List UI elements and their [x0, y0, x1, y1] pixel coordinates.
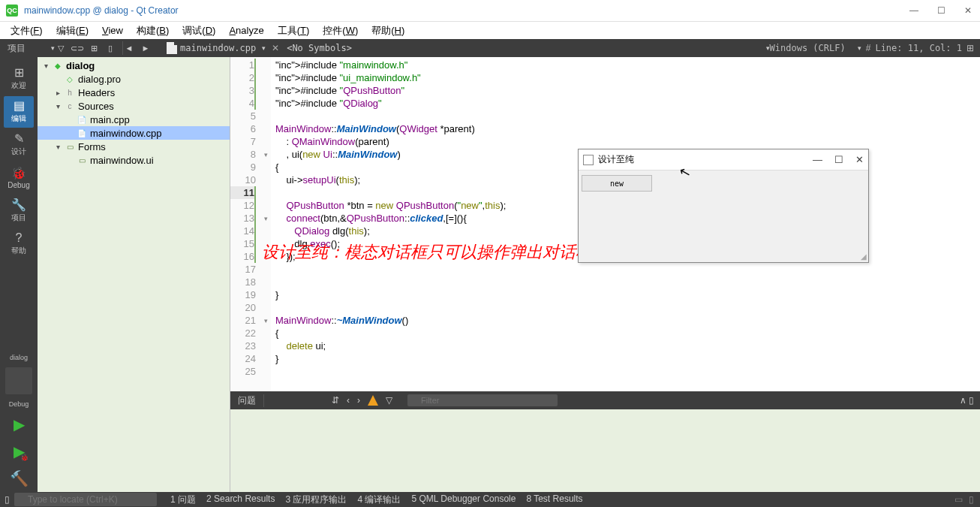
- dialog-minimize[interactable]: —: [813, 154, 822, 165]
- menu-bar: 文件(F) 编辑(E) View 构建(B) 调试(D) Analyze 工具(…: [0, 21, 980, 39]
- project-pane-label: 项目: [0, 42, 45, 55]
- line-number-icon[interactable]: #: [866, 43, 871, 53]
- grid-icon: ⊞: [14, 67, 24, 79]
- menu-build[interactable]: 构建(B): [131, 23, 175, 39]
- project-pane: ▾◆dialog ◇dialog.pro ▸hHeaders ▾cSources…: [38, 57, 230, 492]
- split-editor-icon[interactable]: ⊞: [966, 43, 974, 53]
- edit-icon: ▤: [14, 100, 25, 112]
- link-icon[interactable]: ⊂⊃: [71, 42, 83, 54]
- menu-debug[interactable]: 调试(D): [176, 23, 221, 39]
- close-file-icon[interactable]: ✕: [272, 43, 279, 53]
- problems-pane[interactable]: [230, 409, 980, 492]
- dialog-maximize[interactable]: ☐: [834, 154, 843, 165]
- dialog-close[interactable]: ✕: [855, 154, 864, 165]
- mode-welcome[interactable]: ⊞欢迎: [4, 63, 34, 95]
- run-debug-button[interactable]: ▶🐞: [8, 440, 30, 463]
- filter-toggle-icon[interactable]: ▽: [386, 395, 392, 406]
- mode-design[interactable]: ✎设计: [4, 129, 34, 161]
- dialog-titlebar[interactable]: 设计至纯 — ☐ ✕: [579, 149, 868, 171]
- tree-mainwindow-cpp[interactable]: 📄mainwindow.cpp: [38, 126, 230, 140]
- sb-app-output[interactable]: 3 应用程序输出: [285, 493, 347, 506]
- code-content[interactable]: "inc">#include "mainwindow.h""inc">#incl…: [271, 57, 506, 391]
- cpp-file-icon: 📄: [77, 114, 87, 125]
- editor-toolbar: 项目 ▾ ▽ ⊂⊃ ⊞ ▯ ◄ ► mainwindow.cpp ▾ ✕ <No…: [0, 39, 980, 57]
- menu-analyze[interactable]: Analyze: [223, 23, 269, 38]
- menu-file[interactable]: 文件(F): [5, 23, 49, 39]
- resize-grip-icon[interactable]: ◢: [861, 252, 867, 261]
- problems-label[interactable]: 问题: [230, 394, 264, 407]
- tree-sources-folder[interactable]: ▾cSources: [38, 99, 230, 113]
- mode-bar: ⊞欢迎 ▤编辑 ✎设计 🐞Debug 🔧项目 ?帮助 dialog Debug …: [0, 57, 38, 492]
- minimize-button[interactable]: —: [908, 5, 920, 16]
- split-icon[interactable]: ▯: [104, 42, 116, 54]
- mode-projects[interactable]: 🔧项目: [4, 195, 34, 227]
- dialog-new-button[interactable]: new: [582, 175, 652, 192]
- problems-filter-input[interactable]: [407, 394, 558, 406]
- target-selector[interactable]: [5, 367, 32, 394]
- problems-menu-icon[interactable]: ∧ ▯: [954, 395, 980, 406]
- sort-icon[interactable]: ⇵: [332, 395, 339, 406]
- mode-debug[interactable]: 🐞Debug: [4, 162, 34, 194]
- window-title: mainwindow.cpp @ dialog - Qt Creator: [24, 5, 179, 16]
- app-icon: QC: [6, 5, 18, 17]
- source-folder-icon: c: [65, 101, 75, 111]
- prev-issue-icon[interactable]: ‹: [347, 395, 350, 406]
- mode-help[interactable]: ?帮助: [4, 228, 34, 260]
- sb-split-icon[interactable]: ▯: [969, 494, 974, 505]
- menu-widgets[interactable]: 控件(W): [317, 23, 364, 39]
- config-label: Debug: [6, 397, 32, 411]
- sb-qml-console[interactable]: 5 QML Debugger Console: [411, 493, 516, 506]
- tree-project-root[interactable]: ▾◆dialog: [38, 59, 230, 72]
- line-col-indicator[interactable]: Line: 11, Col: 1: [875, 43, 962, 53]
- menu-view[interactable]: View: [96, 23, 129, 38]
- symbols-selector[interactable]: <No Symbols>: [287, 43, 352, 53]
- dialog-title: 设计至纯: [598, 153, 634, 166]
- next-issue-icon[interactable]: ›: [357, 395, 360, 406]
- project-icon: ◆: [53, 60, 63, 71]
- menu-tools[interactable]: 工具(T): [272, 23, 316, 39]
- encoding-label[interactable]: Windows (CRLF): [770, 43, 846, 53]
- add-icon[interactable]: ⊞: [88, 42, 100, 54]
- popup-dialog[interactable]: 设计至纯 — ☐ ✕ new ◢: [578, 149, 869, 263]
- filter-icon[interactable]: ▽: [55, 42, 67, 54]
- tree-forms-folder[interactable]: ▾▭Forms: [38, 140, 230, 153]
- locator-input[interactable]: [14, 493, 157, 506]
- tree-mainwindow-ui[interactable]: ▭mainwindow.ui: [38, 153, 230, 167]
- fold-column[interactable]: ▾▾▾: [260, 57, 271, 391]
- target-name: dialog: [7, 351, 31, 364]
- file-icon: [167, 42, 177, 54]
- sb-issues[interactable]: 1 问题: [170, 493, 196, 506]
- file-dropdown[interactable]: ▾: [262, 44, 266, 52]
- menu-help[interactable]: 帮助(H): [365, 23, 410, 39]
- editor-pane: 1234567891011121314151617181920212223242…: [230, 57, 980, 492]
- sb-test-results[interactable]: 8 Test Results: [526, 493, 582, 506]
- enc-dropdown[interactable]: ▾: [858, 44, 861, 52]
- tree-pro-file[interactable]: ◇dialog.pro: [38, 72, 230, 86]
- pencil-icon: ✎: [14, 133, 24, 145]
- sidebar-toggle-icon[interactable]: ▯: [5, 494, 10, 505]
- warning-icon[interactable]: [368, 395, 378, 406]
- pro-file-icon: ◇: [65, 74, 75, 84]
- sb-progress-icon[interactable]: ▭: [954, 494, 963, 505]
- annotation-overlay: 设计至纯：模态对话框只可以操作弹出对话框: [262, 241, 592, 264]
- nav-back-icon[interactable]: ◄: [123, 42, 135, 54]
- close-button[interactable]: ✕: [962, 5, 974, 16]
- help-icon: ?: [16, 232, 23, 244]
- run-button[interactable]: ▶: [8, 413, 30, 436]
- sb-compile-output[interactable]: 4 编译输出: [357, 493, 401, 506]
- title-bar: QC mainwindow.cpp @ dialog - Qt Creator …: [0, 0, 980, 21]
- build-button[interactable]: 🔨: [8, 467, 30, 490]
- bug-icon: 🐞: [11, 167, 26, 180]
- problems-toolbar: 问题 ⇵ ‹ › ▽ ∧ ▯: [230, 391, 980, 409]
- maximize-button[interactable]: ☐: [935, 5, 947, 16]
- dialog-icon: [583, 155, 594, 165]
- line-gutter: 1234567891011121314151617181920212223242…: [230, 57, 260, 391]
- tree-main-cpp[interactable]: 📄main.cpp: [38, 113, 230, 126]
- nav-fwd-icon[interactable]: ►: [140, 42, 152, 54]
- ui-file-icon: ▭: [77, 155, 87, 165]
- mode-edit[interactable]: ▤编辑: [4, 96, 34, 128]
- menu-edit[interactable]: 编辑(E): [50, 23, 95, 39]
- tree-headers-folder[interactable]: ▸hHeaders: [38, 86, 230, 99]
- open-file-name[interactable]: mainwindow.cpp: [180, 43, 256, 53]
- sb-search-results[interactable]: 2 Search Results: [206, 493, 275, 506]
